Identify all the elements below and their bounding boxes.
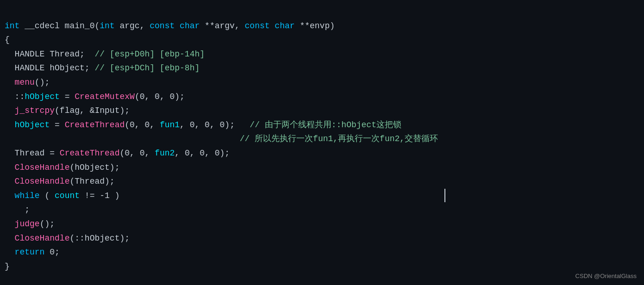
watermark: CSDN @OrientalGlass — [575, 271, 637, 281]
text-cursor — [444, 189, 445, 202]
code-line: ::hObject = CreateMutexW(0, 0, 0); — [5, 90, 635, 104]
code-line: CloseHandle(Thread); — [5, 174, 635, 189]
code-line: HANDLE Thread; // [esp+D0h] [ebp-14h] — [5, 47, 635, 62]
code-line: { — [5, 33, 635, 47]
code-line: menu(); — [5, 75, 635, 90]
code-line: judge(); — [5, 217, 635, 231]
code-line: j_strcpy(flag, &Input); — [5, 104, 635, 118]
code-line: Thread = CreateThread(0, 0, fun2, 0, 0, … — [5, 146, 635, 161]
code-line: ; — [5, 203, 635, 217]
code-line: hObject = CreateThread(0, 0, fun1, 0, 0,… — [5, 118, 635, 132]
code-line: HANDLE hObject; // [esp+DCh] [ebp-8h] — [5, 61, 635, 75]
code-line: } — [5, 260, 635, 274]
code-line: CloseHandle(::hObject); — [5, 231, 635, 246]
code-line: // 所以先执行一次fun1,再执行一次fun2,交替循环 — [5, 132, 635, 146]
code-line: return 0; — [5, 245, 635, 260]
code-line: while ( count != -1 ) — [5, 189, 635, 203]
code-line: CloseHandle(hObject); — [5, 161, 635, 175]
code-line: int __cdecl main_0(int argc, const char … — [5, 19, 635, 33]
code-editor: int __cdecl main_0(int argc, const char … — [0, 0, 644, 278]
